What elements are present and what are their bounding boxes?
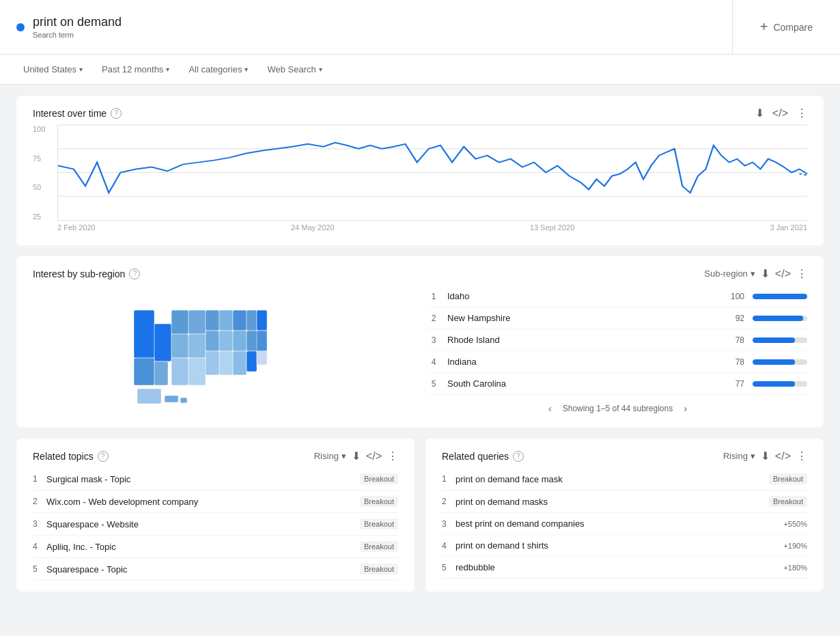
time-filter[interactable]: Past 12 months ▾ [95,60,176,79]
topics-rising-btn[interactable]: Rising ▾ [314,451,346,461]
location-filter[interactable]: United States ▾ [16,60,89,79]
share-icon[interactable]: ⋮ [796,107,807,120]
rank-bar-bg [753,381,807,387]
queries-download-icon[interactable]: ⬇ [761,450,770,462]
rank-num: 2 [428,314,439,323]
queries-code-icon[interactable]: </> [775,450,791,462]
ranking-row-5: 5 South Carolina 77 [428,373,807,395]
topics-rising-label: Rising [314,451,339,461]
category-label: All categories [188,64,242,74]
queries-rising-btn[interactable]: Rising ▾ [723,451,755,461]
map-container [33,286,412,417]
related-topic-badge-5: Breakout [360,564,398,575]
rank-name: Idaho [447,291,716,301]
category-chevron: ▾ [244,66,248,73]
svg-rect-21 [219,331,233,351]
queries-rising-label: Rising [723,451,748,461]
compare-box[interactable]: + Compare [733,0,840,54]
topics-rising-chevron: ▾ [341,451,346,461]
rank-bar [753,381,795,387]
interest-by-subregion-header: Interest by sub-region ? Sub-region ▾ ⬇ … [33,267,807,280]
rank-bar [753,337,795,343]
svg-rect-8 [154,361,168,385]
topics-code-icon[interactable]: </> [366,450,382,462]
svg-line-4 [800,174,807,175]
search-type-filter[interactable]: Web Search ▾ [260,60,328,79]
subregion-view-btn[interactable]: Sub-region ▾ [704,268,755,279]
subregion-download-icon[interactable]: ⬇ [761,267,770,280]
related-topic-name-5: Squarespace - Topic [46,564,360,575]
rank-num: 5 [428,379,439,389]
svg-rect-5 [134,310,154,358]
queries-rising-chevron: ▾ [751,451,755,461]
svg-rect-26 [233,351,247,375]
related-topics-card: Related topics ? Rising ▾ ⬇ </> ⋮ [16,439,415,592]
related-topic-row-4: 4 Apliiq, Inc. - Topic Breakout [33,536,398,558]
svg-rect-28 [257,331,267,351]
svg-rect-18 [247,310,257,331]
interest-by-subregion-help-icon[interactable]: ? [129,268,140,279]
y-label-75: 75 [33,154,45,163]
download-icon[interactable]: ⬇ [755,107,764,120]
subregion-code-icon[interactable]: </> [775,268,791,280]
related-query-pct-4: +190% [783,542,807,550]
pagination: ‹ Showing 1–5 of 44 subregions › [428,395,807,417]
code-icon[interactable]: </> [772,107,788,120]
topics-download-icon[interactable]: ⬇ [352,450,361,462]
svg-rect-16 [219,310,233,331]
top-bar: print on demand Search term + Compare [0,0,840,55]
rank-name: New Hampshire [447,313,716,323]
related-topic-badge-4: Breakout [360,541,398,552]
main-content: Interest over time ? ⬇ </> ⋮ 100 75 50 2… [0,85,840,603]
y-label-100: 100 [33,125,45,133]
trend-line-svg [58,125,807,220]
ranking-row-3: 3 Rhode Island 78 [428,329,807,351]
related-grid: Related topics ? Rising ▾ ⬇ </> ⋮ [16,439,824,592]
related-topic-badge-2: Breakout [360,496,398,507]
time-label: Past 12 months [102,64,163,74]
chart-x-labels: 2 Feb 2020 24 May 2020 13 Sept 2020 3 Ja… [57,223,807,232]
x-label-1: 2 Feb 2020 [57,223,96,232]
related-topics-title-group: Related topics ? [33,451,109,462]
related-query-name-4: print on demand t shirts [456,540,783,551]
svg-rect-32 [180,398,187,403]
rank-score: 78 [724,335,744,345]
related-query-row-5: 5 redbubble +180% [442,557,807,579]
svg-rect-20 [206,331,219,351]
rank-bar [753,294,807,299]
interest-over-time-help-icon[interactable]: ? [111,108,122,119]
svg-rect-14 [188,358,206,385]
queries-share-icon[interactable]: ⋮ [796,450,807,462]
svg-rect-13 [188,334,206,358]
related-topic-row-3: 3 Squarespace - Website Breakout [33,513,398,536]
compare-plus-icon: + [760,19,768,35]
related-queries-title-group: Related queries ? [442,451,524,462]
subregion-view-label: Sub-region [704,268,748,279]
related-topic-row-2: 2 Wix.com - Web development company Brea… [33,490,398,513]
related-topic-row-5: 5 Squarespace - Topic Breakout [33,558,398,581]
topics-share-icon[interactable]: ⋮ [387,450,398,462]
search-term-indicator [16,23,25,31]
subregion-content: 1 Idaho 100 2 New Hampshire 92 3 [33,286,807,417]
related-query-badge-2: Breakout [769,496,807,507]
related-queries-help-icon[interactable]: ? [513,451,524,462]
related-topic-name-4: Apliiq, Inc. - Topic [46,542,360,552]
prev-page-icon[interactable]: ‹ [548,403,552,414]
interest-over-time-title-group: Interest over time ? [33,108,122,119]
category-filter[interactable]: All categories ▾ [182,60,255,79]
related-query-pct-5: +180% [783,564,807,572]
related-topics-help-icon[interactable]: ? [98,451,109,462]
rank-bar-bg [753,294,807,299]
interest-by-subregion-card: Interest by sub-region ? Sub-region ▾ ⬇ … [16,256,824,428]
subregion-share-icon[interactable]: ⋮ [796,267,807,280]
svg-rect-10 [171,334,188,358]
svg-rect-6 [154,324,171,361]
rank-num: 4 [428,357,439,367]
subregion-actions: Sub-region ▾ ⬇ </> ⋮ [704,267,807,280]
related-queries-list: 1 print on demand face mask Breakout 2 p… [442,468,807,579]
related-query-row-4: 4 print on demand t shirts +190% [442,535,807,557]
svg-rect-19 [257,310,267,331]
next-page-icon[interactable]: › [684,403,687,414]
filters-bar: United States ▾ Past 12 months ▾ All cat… [0,55,840,85]
rank-bar [753,316,803,321]
